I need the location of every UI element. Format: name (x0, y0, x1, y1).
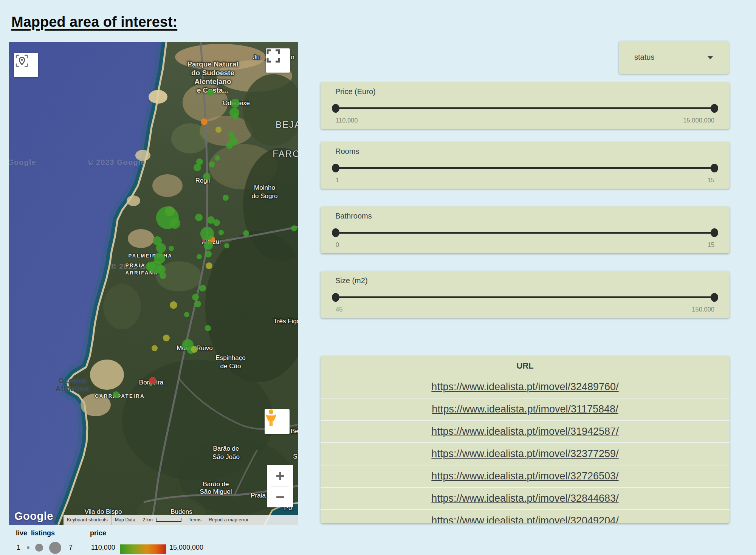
size-legend-max: 7 (69, 544, 73, 552)
listing-dot[interactable] (231, 99, 240, 108)
listing-dot[interactable] (204, 241, 213, 250)
listing-dot[interactable] (199, 285, 206, 291)
bathrooms-slider-handle-max[interactable] (711, 228, 718, 237)
listing-dot[interactable] (160, 272, 166, 279)
bathrooms-slider-label: Bathrooms (335, 212, 372, 220)
listing-link[interactable]: https://www.idealista.pt/imovel/32726503… (431, 470, 618, 482)
listing-link[interactable]: https://www.idealista.pt/imovel/32844683… (431, 493, 618, 504)
table-row: https://www.idealista.pt/imovel/32489760… (321, 376, 730, 398)
listing-dot[interactable] (203, 173, 211, 180)
listing-dot[interactable] (205, 325, 211, 331)
page-title: Mapped area of interest: (11, 14, 177, 30)
listing-dot[interactable] (184, 312, 189, 317)
rooms-slider-panel: Rooms 1 15 (321, 142, 730, 189)
rooms-slider-handle-min[interactable] (332, 164, 339, 172)
table-row: https://www.idealista.pt/imovel/31175848… (321, 398, 730, 420)
table-row: https://www.idealista.pt/imovel/32844683… (321, 487, 730, 510)
listing-link[interactable]: https://www.idealista.pt/imovel/32049204… (431, 515, 618, 523)
listing-dot[interactable] (205, 251, 212, 257)
bathrooms-slider-handle-min[interactable] (332, 228, 339, 237)
bathrooms-slider-panel: Bathrooms 0 15 (321, 206, 730, 253)
price-min-value: 110,000 (336, 117, 358, 124)
size-legend-min: 1 (17, 544, 20, 552)
listing-dot[interactable] (152, 345, 158, 351)
price-slider-track[interactable] (336, 107, 714, 109)
listing-dot[interactable] (156, 243, 166, 253)
listing-link[interactable]: https://www.idealista.pt/imovel/32489760… (431, 381, 618, 392)
listing-dot[interactable] (213, 219, 220, 226)
price-gradient-bar (120, 544, 166, 554)
size-max-value: 150,000 (692, 306, 714, 313)
listing-dot[interactable] (291, 225, 297, 231)
listing-dot[interactable] (215, 155, 220, 161)
price-max-value: 15,000,000 (683, 117, 714, 124)
listing-dot[interactable] (243, 230, 249, 236)
listing-dot[interactable] (149, 383, 152, 386)
color-legend-title: price (90, 529, 106, 537)
table-row: https://www.idealista.pt/imovel/32377259… (321, 443, 730, 465)
listing-dot[interactable] (209, 161, 215, 167)
table-row: https://www.idealista.pt/imovel/32049204… (321, 510, 730, 523)
listing-dot[interactable] (201, 118, 208, 125)
map-data-link[interactable]: Map Data (112, 515, 139, 525)
listing-dot[interactable] (223, 195, 229, 201)
status-dropdown-label: status (634, 53, 654, 62)
area-pin-icon (14, 53, 30, 69)
listing-dot[interactable] (232, 113, 239, 119)
select-area-button[interactable] (14, 53, 38, 77)
zoom-in-button[interactable]: + (267, 465, 293, 486)
legend-dot-medium (35, 544, 43, 552)
fullscreen-button[interactable] (266, 48, 290, 73)
terms-link[interactable]: Terms (185, 515, 205, 525)
satellite-map[interactable]: Parque Naturaldo SudoesteAlentejanoe Cos… (9, 42, 298, 525)
size-slider-track[interactable] (336, 296, 714, 298)
zoom-control: + − (267, 465, 293, 507)
size-legend-title: live_listings (16, 529, 55, 537)
price-slider-panel: Price (Euro) 110,000 15,000,000 (321, 82, 730, 129)
listing-dot[interactable] (170, 301, 177, 309)
listing-dot[interactable] (195, 214, 203, 221)
report-map-error-link[interactable]: Report a map error (205, 515, 252, 525)
listing-dot[interactable] (163, 335, 170, 341)
price-slider-handle-max[interactable] (711, 104, 718, 113)
color-legend-min: 110,000 (91, 544, 115, 552)
listing-dot[interactable] (192, 294, 199, 301)
listing-dot[interactable] (197, 254, 202, 259)
satellite-map-image (9, 42, 298, 525)
listing-dot[interactable] (215, 127, 222, 133)
listing-dot[interactable] (194, 164, 201, 171)
map-attribution-bar: Keyboard shortcuts Map Data 2 km Terms R… (64, 515, 298, 525)
rooms-slider-handle-max[interactable] (711, 164, 718, 172)
size-slider-handle-min[interactable] (332, 293, 339, 302)
listing-dot[interactable] (169, 246, 174, 251)
listing-dot[interactable] (200, 227, 214, 240)
rooms-slider-label: Rooms (335, 147, 359, 156)
size-slider-panel: Size (m2) 45 150,000 (321, 271, 730, 318)
listing-dot[interactable] (226, 142, 233, 149)
listing-dot[interactable] (191, 346, 198, 353)
price-slider-handle-min[interactable] (332, 104, 339, 113)
listing-dot[interactable] (218, 230, 224, 235)
scale-bar-icon (156, 518, 181, 522)
rooms-slider-track[interactable] (336, 167, 714, 169)
size-slider-label: Size (m2) (335, 276, 368, 285)
table-row: https://www.idealista.pt/imovel/32726503… (321, 465, 730, 487)
status-dropdown[interactable]: status (619, 41, 729, 74)
keyboard-shortcuts-link[interactable]: Keyboard shortcuts (64, 515, 112, 525)
listing-dot[interactable] (206, 262, 212, 269)
listing-dot[interactable] (224, 243, 229, 248)
listing-link[interactable]: https://www.idealista.pt/imovel/31942587… (431, 426, 618, 437)
url-column-header: URL (321, 356, 730, 376)
listing-link[interactable]: https://www.idealista.pt/imovel/31175848… (432, 403, 618, 415)
size-min-value: 45 (336, 306, 342, 313)
listing-link[interactable]: https://www.idealista.pt/imovel/32377259… (431, 448, 618, 459)
pegman-button[interactable] (265, 409, 290, 434)
url-table-panel: URL https://www.idealista.pt/imovel/3248… (321, 356, 730, 523)
zoom-out-button[interactable]: − (267, 487, 293, 508)
listing-dot[interactable] (207, 89, 214, 96)
size-slider-handle-max[interactable] (711, 293, 718, 302)
bathrooms-slider-track[interactable] (336, 232, 714, 234)
listing-dot[interactable] (113, 391, 119, 398)
listing-dot[interactable] (194, 301, 201, 307)
listing-dot[interactable] (170, 218, 180, 229)
